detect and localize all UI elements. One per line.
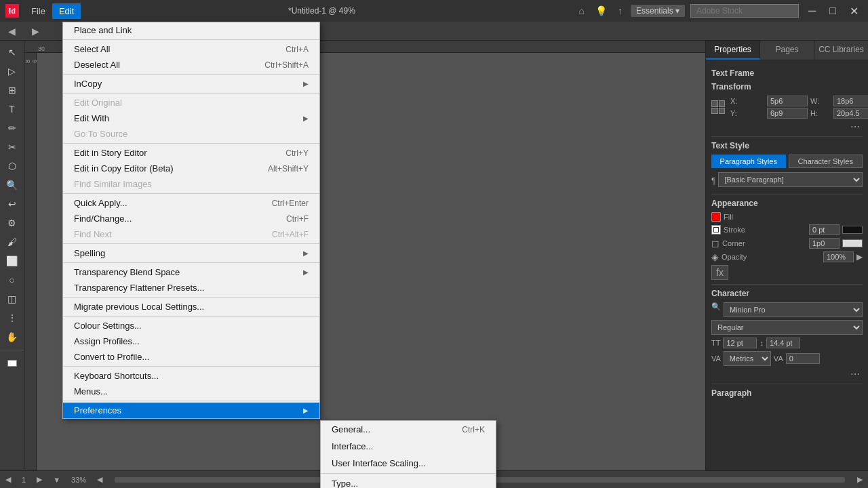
menu-edit[interactable]: Edit <box>52 3 81 19</box>
ruler-mark: 72 <box>274 45 308 52</box>
corner-style-swatch[interactable] <box>842 239 863 247</box>
polygon-tool[interactable]: ⬡ <box>3 157 22 175</box>
ellipse-tool[interactable]: ○ <box>3 271 22 289</box>
settings-tool[interactable]: ⚙ <box>3 214 22 232</box>
paragraph-icon: ¶ <box>711 176 715 186</box>
x-label: X: <box>730 97 764 105</box>
scrollbar[interactable] <box>115 477 845 483</box>
ruler-mark: 66 <box>240 45 274 52</box>
corner-label: Corner <box>722 239 806 247</box>
font-style-row: Regular <box>711 320 863 335</box>
character-more[interactable]: ⋯ <box>848 369 863 380</box>
frame-tool[interactable]: ⊞ <box>3 81 22 99</box>
direct-select-tool[interactable]: ▷ <box>3 62 22 80</box>
document-page <box>71 73 274 155</box>
stroke-icon[interactable] <box>711 225 721 235</box>
kerning-method-dropdown[interactable]: Metrics <box>724 351 771 366</box>
fill-icon[interactable] <box>3 354 22 372</box>
main-area: ↖ ▷ ⊞ T ✏ ✂ ⬡ 🔍 ↩ ⚙ 🖌 ⬜ ○ ◫ ⋮ ✋ 30 36 42… <box>0 41 868 470</box>
titlebar-menus: File Edit <box>24 3 81 19</box>
guide-line <box>199 66 200 155</box>
doc-title: *Untitled-1 @ 49% <box>288 6 355 16</box>
lightbulb-icon[interactable]: 💡 <box>593 4 610 18</box>
maximize-button[interactable]: □ <box>825 3 840 18</box>
text-style-tabs: Paragraph Styles Character Styles <box>711 155 863 168</box>
transform-more[interactable]: ⋯ <box>848 121 863 132</box>
ruler-mark: 42 <box>104 45 138 52</box>
opacity-more-icon[interactable]: ▶ <box>856 252 863 262</box>
stroke-value-input[interactable] <box>809 224 840 235</box>
scissors-tool[interactable]: ✂ <box>3 138 22 156</box>
ruler-mark: 48 <box>138 45 172 52</box>
y-input[interactable] <box>767 108 808 119</box>
minimize-button[interactable]: ─ <box>804 3 820 18</box>
fill-label: Fill <box>724 213 863 221</box>
home-button[interactable]: ⌂ <box>576 4 587 18</box>
font-family-row: 🔍 Minion Pro <box>711 302 863 317</box>
text-style-section: Text Style <box>711 141 863 150</box>
w-label: W: <box>810 97 831 105</box>
nav-arrow-down[interactable]: ▼ <box>53 476 60 484</box>
close-button[interactable]: ✕ <box>846 3 863 19</box>
hand-tool[interactable]: ✋ <box>3 328 22 346</box>
pencil-tool[interactable]: ✏ <box>3 119 22 137</box>
ruler-top: 30 36 42 48 54 60 66 72 <box>24 41 705 53</box>
kerning-icon: VA <box>711 354 721 363</box>
essentials-button[interactable]: Essentials ▾ <box>631 5 685 17</box>
opacity-row: ◈ Opacity ▶ <box>711 251 863 262</box>
font-size-row: TT ↕ <box>711 338 863 348</box>
w-input[interactable] <box>833 96 868 106</box>
opacity-value-input[interactable] <box>823 251 854 262</box>
paint-tool[interactable]: 🖌 <box>3 233 22 251</box>
page-indicator: 1 <box>22 476 26 484</box>
panel-content: Text Frame Transform X: W: <box>706 60 868 470</box>
next-page-btn[interactable]: ▶ <box>37 475 42 484</box>
leading-input[interactable] <box>766 338 800 348</box>
tab-pages[interactable]: Pages <box>760 41 814 60</box>
rect-tool[interactable]: ⬜ <box>3 252 22 270</box>
toolbar: ◀ ▶ <box>0 22 868 41</box>
character-styles-tab[interactable]: Character Styles <box>789 155 863 168</box>
font-family-dropdown[interactable]: Minion Pro <box>724 302 863 317</box>
text-frame-section: Text Frame <box>711 68 863 78</box>
paragraph-style-dropdown[interactable]: [Basic Paragraph] <box>718 172 863 187</box>
eyedropper-tool[interactable]: ⋮ <box>3 309 22 327</box>
properties-panel: Properties Pages CC Libraries Text Frame… <box>705 41 868 470</box>
character-section: Character <box>711 289 863 298</box>
statusbar: ◀ 1 ▶ ▼ 33% ◀ ▶ <box>0 470 868 488</box>
share-icon[interactable]: ↑ <box>615 4 625 18</box>
x-input[interactable] <box>767 96 808 106</box>
h-input[interactable] <box>833 108 868 119</box>
paragraph-styles-tab[interactable]: Paragraph Styles <box>711 155 786 168</box>
zoom-tool[interactable]: 🔍 <box>3 176 22 194</box>
toolbar-nav-left[interactable]: ◀ <box>5 24 18 38</box>
stroke-row: Stroke <box>711 224 863 235</box>
selection-tool[interactable]: ↖ <box>3 43 22 61</box>
corner-icon: ◻ <box>711 238 719 249</box>
font-size-input[interactable] <box>723 338 757 348</box>
scroll-left[interactable]: ◀ <box>97 475 102 484</box>
prev-page-btn[interactable]: ◀ <box>5 475 11 484</box>
toolbar-nav-right[interactable]: ▶ <box>29 24 42 38</box>
stock-search-input[interactable] <box>690 4 799 18</box>
gradient-tool[interactable]: ◫ <box>3 290 22 308</box>
fill-icon[interactable] <box>711 212 721 222</box>
type-tool[interactable]: T <box>3 100 22 118</box>
stroke-label: Stroke <box>724 226 806 234</box>
tracking-input[interactable] <box>786 353 820 364</box>
panel-tabs: Properties Pages CC Libraries <box>706 41 868 60</box>
titlebar: Id File Edit *Untitled-1 @ 49% ⌂ 💡 ↑ Ess… <box>0 0 868 22</box>
menu-file[interactable]: File <box>24 3 52 19</box>
corner-value-input[interactable] <box>809 238 840 249</box>
undo-tool[interactable]: ↩ <box>3 195 22 213</box>
stroke-color-swatch[interactable] <box>842 226 863 234</box>
tracking-icon: VA <box>774 354 783 363</box>
font-style-dropdown[interactable]: Regular <box>711 320 863 335</box>
tab-properties[interactable]: Properties <box>706 41 760 60</box>
tab-cc-libraries[interactable]: CC Libraries <box>814 41 868 60</box>
scroll-right[interactable]: ▶ <box>857 475 863 484</box>
fx-button[interactable]: fx <box>711 265 728 280</box>
ruler-mark: 30 <box>37 45 71 52</box>
canvas-area: 30 36 42 48 54 60 66 72 2 4 6 8 <box>24 41 705 470</box>
titlebar-right: ⌂ 💡 ↑ Essentials ▾ ─ □ ✕ <box>576 3 863 19</box>
